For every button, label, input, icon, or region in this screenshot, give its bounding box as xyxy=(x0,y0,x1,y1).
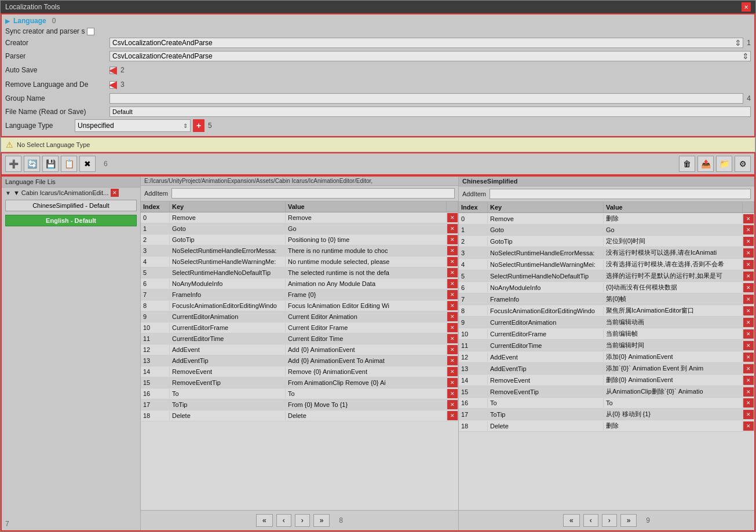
row-key[interactable]: CurrentEditorAnimation xyxy=(170,312,286,321)
row-value[interactable]: Add {0} AnimationEvent To Animat xyxy=(286,356,447,365)
cn-row-value[interactable]: 选择的运行时不是默认的运行时,如果是可 xyxy=(604,270,743,281)
language-type-select[interactable]: Unspecified ⇕ xyxy=(75,119,191,132)
cn-row-value[interactable]: 添加{0} AnimationEvent xyxy=(604,351,743,362)
cn-row-delete-button[interactable]: ✕ xyxy=(743,387,754,397)
cn-row-key[interactable]: NoSelectRuntimeHandleWarningMei: xyxy=(488,260,604,269)
cn-last-page-button[interactable]: » xyxy=(620,514,637,527)
row-key[interactable]: CurrentEditorTime xyxy=(170,334,286,343)
cn-row-key[interactable]: AddEvent xyxy=(488,353,604,362)
row-value[interactable]: Current Editor Animation xyxy=(286,312,447,321)
row-key[interactable]: Delete xyxy=(170,411,286,420)
cn-row-value[interactable]: 从{0} 移动到 {1} xyxy=(604,409,743,420)
row-key[interactable]: NoAnyModuleInfo xyxy=(170,279,286,288)
row-delete-button[interactable]: ✕ xyxy=(447,400,458,409)
toolbar-settings-button[interactable]: ✖ xyxy=(79,156,96,172)
row-value[interactable]: Frame {0} xyxy=(286,290,447,299)
cn-row-value[interactable]: 添加`{0}` Animation Event 到 Anim xyxy=(604,363,743,374)
row-value[interactable]: Go xyxy=(286,224,447,233)
row-value[interactable]: No runtime module selected, please xyxy=(286,257,447,266)
cn-row-key[interactable]: To xyxy=(488,398,604,408)
cn-row-key[interactable]: CurrentEditorTime xyxy=(488,341,604,350)
cn-row-value[interactable]: To xyxy=(604,398,743,408)
row-key[interactable]: SelectRuntimeHandleNoDefaultTip xyxy=(170,268,286,277)
cn-row-delete-button[interactable]: ✕ xyxy=(743,260,754,269)
cn-row-delete-button[interactable]: ✕ xyxy=(743,248,754,258)
cn-row-delete-button[interactable]: ✕ xyxy=(743,295,754,304)
cn-row-key[interactable]: GotoTip xyxy=(488,237,604,246)
row-key[interactable]: AddEventTip xyxy=(170,356,286,365)
cn-row-value[interactable]: 没有选择运行时模块,请在选择,否则不会希 xyxy=(604,259,743,270)
next-page-button[interactable]: › xyxy=(295,514,310,527)
cn-row-key[interactable]: FocusIcAnimationEditorEditingWindo xyxy=(488,306,604,315)
row-delete-button[interactable]: ✕ xyxy=(447,235,458,244)
cn-row-key[interactable]: NoAnyModuleInfo xyxy=(488,283,604,292)
cn-row-value[interactable]: 删除 xyxy=(604,213,743,224)
group-name-input[interactable] xyxy=(109,93,743,104)
row-key[interactable]: To xyxy=(170,389,286,398)
cn-row-key[interactable]: FrameInfo xyxy=(488,295,604,304)
row-key[interactable]: FocusIcAnimationEditorEditingWindo xyxy=(170,301,286,310)
cn-row-delete-button[interactable]: ✕ xyxy=(743,214,754,223)
cn-row-delete-button[interactable]: ✕ xyxy=(743,410,754,419)
cn-row-value[interactable]: 聚焦所属IcAnimationEditor窗口 xyxy=(604,305,743,316)
row-delete-button[interactable]: ✕ xyxy=(447,213,458,222)
row-value[interactable]: There is no runtime module to choc xyxy=(286,246,447,255)
auto-save-checkbox[interactable]: ✓ xyxy=(109,67,117,74)
cn-row-value[interactable]: 当前编辑帧 xyxy=(604,328,743,339)
row-value[interactable]: From AnimationClip Remove {0} Ai xyxy=(286,378,447,387)
file-name-input[interactable] xyxy=(109,107,751,117)
toolbar-upload-button[interactable]: 📤 xyxy=(697,156,714,172)
cn-row-key[interactable]: CurrentEditorFrame xyxy=(488,329,604,339)
cn-row-key[interactable]: Goto xyxy=(488,225,604,234)
row-key[interactable]: Goto xyxy=(170,224,286,233)
cn-row-value[interactable]: 没有运行时模块可以选择,请在IcAnimati xyxy=(604,247,743,258)
row-delete-button[interactable]: ✕ xyxy=(447,246,458,255)
cn-row-key[interactable]: ToTip xyxy=(488,410,604,419)
row-key[interactable]: CurrentEditorFrame xyxy=(170,323,286,332)
row-delete-button[interactable]: ✕ xyxy=(447,411,458,420)
chinese-simplified-button[interactable]: ChineseSimplified - Default xyxy=(5,200,137,211)
row-value[interactable]: Positioning to {0} time xyxy=(286,235,447,244)
cn-row-delete-button[interactable]: ✕ xyxy=(743,306,754,315)
row-key[interactable]: GotoTip xyxy=(170,235,286,244)
last-page-button[interactable]: » xyxy=(313,514,330,527)
toolbar-folder-button[interactable]: 📁 xyxy=(716,156,732,172)
cn-row-delete-button[interactable]: ✕ xyxy=(743,318,754,327)
first-page-button[interactable]: « xyxy=(256,514,273,527)
row-delete-button[interactable]: ✕ xyxy=(447,389,458,398)
cn-row-key[interactable]: RemoveEventTip xyxy=(488,387,604,397)
cn-row-delete-button[interactable]: ✕ xyxy=(743,398,754,408)
cn-row-key[interactable]: RemoveEvent xyxy=(488,376,604,385)
cn-row-value[interactable]: 当前编辑动画 xyxy=(604,317,743,328)
close-button[interactable]: ✕ xyxy=(742,2,751,12)
cn-row-delete-button[interactable]: ✕ xyxy=(743,283,754,292)
cn-row-delete-button[interactable]: ✕ xyxy=(743,271,754,281)
row-value[interactable]: Focus IcAnimation Editor Editing Wi xyxy=(286,301,447,310)
row-value[interactable]: Remove xyxy=(286,213,447,222)
row-key[interactable]: NoSelectRuntimeHandleErrorMessa: xyxy=(170,246,286,255)
row-delete-button[interactable]: ✕ xyxy=(447,224,458,233)
row-value[interactable]: Current Editor Time xyxy=(286,334,447,343)
english-default-button[interactable]: English - Default xyxy=(5,215,137,226)
row-delete-button[interactable]: ✕ xyxy=(447,290,458,299)
cn-next-page-button[interactable]: › xyxy=(602,514,617,527)
cn-row-delete-button[interactable]: ✕ xyxy=(743,376,754,385)
cn-row-key[interactable]: Remove xyxy=(488,214,604,223)
chinese-add-item-input[interactable] xyxy=(490,189,751,199)
toolbar-refresh-button[interactable]: 🔄 xyxy=(24,156,40,172)
cn-row-key[interactable]: CurrentEditorAnimation xyxy=(488,318,604,327)
cn-row-value[interactable]: 从AnimationClip删除`{0}` Animatio xyxy=(604,386,743,397)
cn-row-key[interactable]: Delete xyxy=(488,421,604,431)
cn-row-value[interactable]: 定位到{0}时间 xyxy=(604,236,743,247)
row-delete-button[interactable]: ✕ xyxy=(447,268,458,277)
add-language-button[interactable]: + xyxy=(193,119,204,132)
cn-row-delete-button[interactable]: ✕ xyxy=(743,341,754,350)
row-value[interactable]: From {0} Move To {1} xyxy=(286,400,447,409)
cn-row-value[interactable]: Go xyxy=(604,225,743,234)
row-value[interactable]: Delete xyxy=(286,411,447,420)
cn-row-value[interactable]: {0}动画没有任何模块数据 xyxy=(604,282,743,293)
tree-close-button[interactable]: ✕ xyxy=(111,189,119,197)
row-delete-button[interactable]: ✕ xyxy=(447,301,458,310)
cn-row-delete-button[interactable]: ✕ xyxy=(743,421,754,431)
toolbar-add-button[interactable]: ➕ xyxy=(5,156,21,172)
